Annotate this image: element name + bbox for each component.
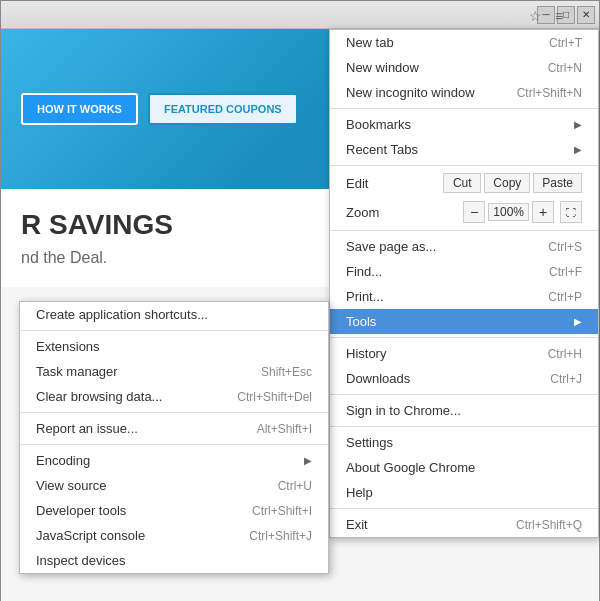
chrome-main-menu: New tab Ctrl+T New window Ctrl+N New inc… [329,29,599,538]
tools-separator-2 [20,412,328,413]
fullscreen-button[interactable]: ⛶ [560,201,582,223]
zoom-row: Zoom − 100% + ⛶ [330,197,598,227]
cut-button[interactable]: Cut [443,173,481,193]
tools-item-js-console[interactable]: JavaScript console Ctrl+Shift+J [20,523,328,548]
zoom-out-button[interactable]: − [463,201,485,223]
menu-item-new-tab[interactable]: New tab Ctrl+T [330,30,598,55]
edit-label: Edit [346,176,440,191]
edit-row: Edit Cut Copy Paste [330,169,598,197]
menu-item-about[interactable]: About Google Chrome [330,455,598,480]
tools-item-task-manager[interactable]: Task manager Shift+Esc [20,359,328,384]
tools-item-dev-tools[interactable]: Developer tools Ctrl+Shift+I [20,498,328,523]
tools-submenu: Create application shortcuts... Extensio… [19,301,329,574]
menu-item-bookmarks[interactable]: Bookmarks ▶ [330,112,598,137]
separator-1 [330,108,598,109]
chrome-menu-icon[interactable]: ≡ [549,6,569,26]
separator-7 [330,508,598,509]
separator-4 [330,337,598,338]
how-it-works-button[interactable]: HOW IT WORKS [21,93,138,125]
zoom-label: Zoom [346,205,463,220]
menu-item-save-page[interactable]: Save page as... Ctrl+S [330,234,598,259]
tools-item-encoding[interactable]: Encoding ▶ [20,448,328,473]
zoom-in-button[interactable]: + [532,201,554,223]
paste-button[interactable]: Paste [533,173,582,193]
menu-item-exit[interactable]: Exit Ctrl+Shift+Q [330,512,598,537]
tools-item-clear-browsing[interactable]: Clear browsing data... Ctrl+Shift+Del [20,384,328,409]
tools-item-report-issue[interactable]: Report an issue... Alt+Shift+I [20,416,328,441]
browser-window: ☆ ≡ ─ □ ✕ HOW IT WORKS FEATURED COUPONS … [0,0,600,601]
tools-item-create-shortcuts[interactable]: Create application shortcuts... [20,302,328,327]
menu-item-downloads[interactable]: Downloads Ctrl+J [330,366,598,391]
title-bar: ☆ ≡ ─ □ ✕ [1,1,599,29]
menu-item-recent-tabs[interactable]: Recent Tabs ▶ [330,137,598,162]
separator-5 [330,394,598,395]
tools-separator-3 [20,444,328,445]
menu-item-print[interactable]: Print... Ctrl+P [330,284,598,309]
zoom-value: 100% [488,203,529,221]
copy-button[interactable]: Copy [484,173,530,193]
separator-6 [330,426,598,427]
separator-3 [330,230,598,231]
featured-coupons-button[interactable]: FEATURED COUPONS [148,93,298,125]
menu-item-help[interactable]: Help [330,480,598,505]
separator-2 [330,165,598,166]
menu-item-new-incognito[interactable]: New incognito window Ctrl+Shift+N [330,80,598,105]
menu-item-settings[interactable]: Settings [330,430,598,455]
menu-item-find[interactable]: Find... Ctrl+F [330,259,598,284]
zoom-controls: − 100% + ⛶ [463,201,582,223]
tools-separator-1 [20,330,328,331]
menu-item-tools[interactable]: Tools ▶ [330,309,598,334]
tools-item-view-source[interactable]: View source Ctrl+U [20,473,328,498]
menu-item-signin[interactable]: Sign in to Chrome... [330,398,598,423]
tools-item-extensions[interactable]: Extensions [20,334,328,359]
tools-item-inspect-devices[interactable]: Inspect devices [20,548,328,573]
bookmark-icon[interactable]: ☆ [525,6,545,26]
menu-item-history[interactable]: History Ctrl+H [330,341,598,366]
close-button[interactable]: ✕ [577,6,595,24]
menu-item-new-window[interactable]: New window Ctrl+N [330,55,598,80]
